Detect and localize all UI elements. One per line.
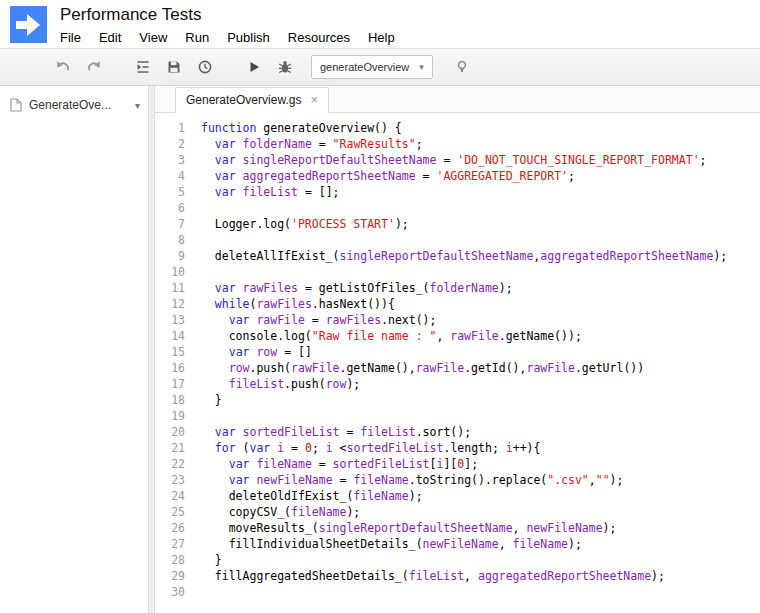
- line-number: 10: [155, 264, 185, 280]
- sidebar-file-item[interactable]: GenerateOve... ▾: [0, 93, 148, 117]
- menu-file[interactable]: File: [51, 27, 90, 49]
- code-line[interactable]: [201, 232, 760, 248]
- menu-bar: FileEditViewRunPublishResourcesHelp: [51, 27, 760, 49]
- header-right: Performance Tests FileEditViewRunPublish…: [51, 0, 760, 49]
- menu-publish[interactable]: Publish: [218, 27, 279, 49]
- menu-edit[interactable]: Edit: [90, 27, 130, 49]
- code-line[interactable]: fillAggregatedSheetDetails_(fileList, ag…: [201, 568, 760, 584]
- run-button[interactable]: [241, 54, 267, 80]
- tab-bar: GenerateOverview.gs ×: [155, 86, 760, 113]
- code-line[interactable]: var newFileName = fileName.toString().re…: [201, 472, 760, 488]
- code-line[interactable]: }: [201, 552, 760, 568]
- line-number: 9: [155, 248, 185, 264]
- line-number: 1: [155, 120, 185, 136]
- chevron-down-icon: ▾: [419, 62, 424, 72]
- line-number: 12: [155, 296, 185, 312]
- line-number: 25: [155, 504, 185, 520]
- code-line[interactable]: fileList.push(row);: [201, 376, 760, 392]
- undo-button[interactable]: [50, 54, 76, 80]
- script-file-icon: [10, 98, 22, 112]
- code-line[interactable]: row.push(rawFile.getName(),rawFile.getId…: [201, 360, 760, 376]
- code-line[interactable]: var folderName = "RawResults";: [201, 136, 760, 152]
- line-number: 23: [155, 472, 185, 488]
- toolbar: generateOverview ▾: [0, 48, 760, 86]
- indent-icon: [135, 59, 151, 75]
- line-number: 20: [155, 424, 185, 440]
- code-line[interactable]: fillIndividualSheetDetails_(newFileName,…: [201, 536, 760, 552]
- menu-run[interactable]: Run: [176, 27, 218, 49]
- line-number: 19: [155, 408, 185, 424]
- code-line[interactable]: Logger.log('PROCESS START');: [201, 216, 760, 232]
- bulb-icon: [454, 59, 470, 75]
- save-button[interactable]: [161, 54, 187, 80]
- line-number: 22: [155, 456, 185, 472]
- line-number: 2: [155, 136, 185, 152]
- code-line[interactable]: function generateOverview() {: [201, 120, 760, 136]
- content-area: GenerateOve... ▾ GenerateOverview.gs × 1…: [0, 86, 760, 613]
- code-content[interactable]: function generateOverview() { var folder…: [193, 113, 760, 613]
- file-menu-caret-icon[interactable]: ▾: [135, 100, 140, 111]
- save-icon: [166, 59, 182, 75]
- line-number: 29: [155, 568, 185, 584]
- line-number-gutter: 1234567891011121314151617181920212223242…: [155, 113, 193, 613]
- function-selector[interactable]: generateOverview ▾: [311, 55, 433, 79]
- code-line[interactable]: var fileList = [];: [201, 184, 760, 200]
- code-line[interactable]: var rawFiles = getListOfFiles_(folderNam…: [201, 280, 760, 296]
- line-number: 6: [155, 200, 185, 216]
- line-number: 16: [155, 360, 185, 376]
- code-line[interactable]: var aggregatedReportSheetName = 'AGGREGA…: [201, 168, 760, 184]
- code-line[interactable]: deleteOldIfExist_(fileName);: [201, 488, 760, 504]
- file-name-label: GenerateOve...: [29, 98, 111, 112]
- line-number: 4: [155, 168, 185, 184]
- code-line[interactable]: var row = []: [201, 344, 760, 360]
- code-line[interactable]: }: [201, 392, 760, 408]
- tab-label: GenerateOverview.gs: [186, 93, 301, 107]
- code-line[interactable]: deleteAllIfExist_(singleReportDefaultShe…: [201, 248, 760, 264]
- tab-close-icon[interactable]: ×: [310, 94, 318, 106]
- header: Performance Tests FileEditViewRunPublish…: [0, 0, 760, 48]
- redo-button[interactable]: [81, 54, 107, 80]
- logo-arrow-head: [27, 14, 40, 36]
- line-number: 14: [155, 328, 185, 344]
- code-line[interactable]: [201, 264, 760, 280]
- sidebar-splitter[interactable]: [148, 86, 155, 613]
- code-line[interactable]: [201, 200, 760, 216]
- line-number: 8: [155, 232, 185, 248]
- hints-bulb-button[interactable]: [449, 54, 475, 80]
- project-title[interactable]: Performance Tests: [60, 4, 760, 25]
- line-number: 7: [155, 216, 185, 232]
- line-number: 30: [155, 584, 185, 600]
- code-line[interactable]: console.log("Raw file name : ", rawFile.…: [201, 328, 760, 344]
- menu-resources[interactable]: Resources: [279, 27, 359, 49]
- project-history-button[interactable]: [192, 54, 218, 80]
- menu-help[interactable]: Help: [359, 27, 404, 49]
- redo-icon: [86, 59, 102, 75]
- line-number: 28: [155, 552, 185, 568]
- history-clock-icon: [197, 59, 213, 75]
- line-number: 3: [155, 152, 185, 168]
- code-line[interactable]: var rawFile = rawFiles.next();: [201, 312, 760, 328]
- editor-pane: GenerateOverview.gs × 123456789101112131…: [155, 86, 760, 613]
- code-editor[interactable]: 1234567891011121314151617181920212223242…: [155, 113, 760, 613]
- code-line[interactable]: for (var i = 0; i <sortedFileList.length…: [201, 440, 760, 456]
- menu-view[interactable]: View: [130, 27, 176, 49]
- code-line[interactable]: var singleReportDefaultSheetName = 'DO_N…: [201, 152, 760, 168]
- code-line[interactable]: var fileName = sortedFileList[i][0];: [201, 456, 760, 472]
- debug-button[interactable]: [272, 54, 298, 80]
- debug-bug-icon: [277, 59, 293, 75]
- code-line[interactable]: copyCSV_(fileName);: [201, 504, 760, 520]
- code-line[interactable]: [201, 408, 760, 424]
- code-line[interactable]: moveResults_(singleReportDefaultSheetNam…: [201, 520, 760, 536]
- apps-script-logo: [10, 6, 47, 43]
- line-number: 5: [155, 184, 185, 200]
- line-number: 13: [155, 312, 185, 328]
- line-number: 27: [155, 536, 185, 552]
- apps-script-editor-window: Performance Tests FileEditViewRunPublish…: [0, 0, 760, 613]
- tab-generateoverview[interactable]: GenerateOverview.gs ×: [175, 87, 329, 113]
- line-number: 21: [155, 440, 185, 456]
- code-line[interactable]: [201, 584, 760, 600]
- code-line[interactable]: while(rawFiles.hasNext()){: [201, 296, 760, 312]
- indent-button[interactable]: [130, 54, 156, 80]
- code-line[interactable]: var sortedFileList = fileList.sort();: [201, 424, 760, 440]
- line-number: 26: [155, 520, 185, 536]
